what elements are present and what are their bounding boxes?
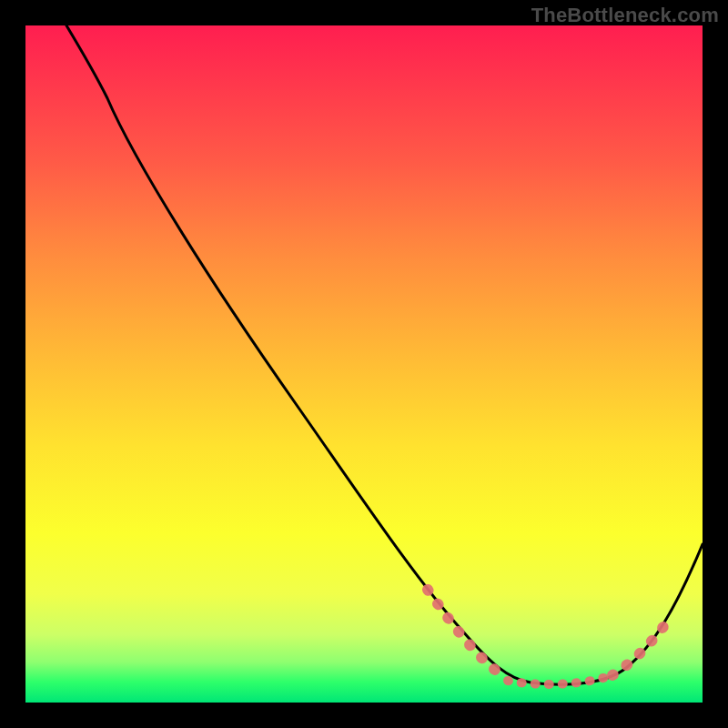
plot-area xyxy=(25,25,703,703)
highlight-beads-right xyxy=(612,621,668,675)
bottleneck-curve xyxy=(66,25,703,684)
highlight-beads-left xyxy=(428,590,508,679)
watermark-text: TheBottleneck.com xyxy=(531,4,719,27)
chart-frame: TheBottleneck.com xyxy=(0,0,728,728)
chart-overlay xyxy=(25,25,703,703)
highlight-beads-bottom xyxy=(508,675,612,684)
